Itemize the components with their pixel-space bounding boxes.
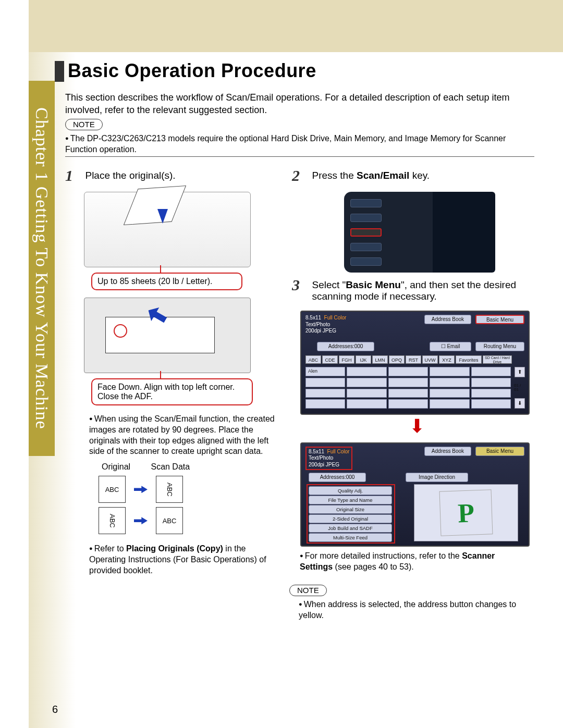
step-3: 3 Select "Basic Menu", and then set the …	[292, 276, 537, 547]
panel-button	[350, 257, 382, 266]
note-block-top: NOTE The DP-C323/C263/C213 models requir…	[65, 119, 534, 155]
panel-button	[350, 214, 382, 222]
screen1-address-grid: Alen	[305, 367, 511, 409]
flow-arrow-down-icon: ⬇	[409, 419, 537, 434]
note-block-bottom: NOTE When address is selected, the addre…	[289, 585, 524, 621]
step-3-text: Select "Basic Menu", and then set the de…	[312, 279, 525, 302]
note-text-bottom: When address is selected, the address bu…	[299, 599, 524, 621]
screen2-menu-2sided: 2-Sided Original	[309, 514, 392, 523]
figure-glass	[84, 298, 251, 373]
screen2-basic-menu-button: Basic Menu	[475, 447, 524, 456]
step-1-number: 1	[65, 167, 83, 184]
adf-arrow-icon	[157, 209, 168, 224]
step-1-bullet-2: Refer to Placing Originals (Copy) in the…	[89, 544, 277, 576]
panel-button	[350, 199, 382, 207]
screen2-addresses-counter: Addresses:000	[309, 473, 366, 482]
screen2-menu-quality: Quality Adj.	[309, 486, 392, 495]
callout-glass-facedown: Face Down. Align with top left corner. C…	[91, 378, 253, 405]
step-1: 1 Place the original(s). Up to 85 sheets…	[65, 167, 284, 576]
panel-scan-email-button	[350, 228, 382, 237]
mini-diagram-headings: Original Scan Data	[102, 462, 284, 472]
note-text-top: The DP-C323/C263/C213 models require the…	[65, 133, 534, 155]
figure-screen-1: 8.5x11 Full Color Text/Photo 200dpi JPEG…	[300, 311, 530, 415]
figure-control-panel	[344, 192, 433, 273]
screen2-menu-origsize: Original Size	[309, 505, 392, 514]
screen1-basic-menu-button: Basic Menu	[475, 315, 524, 324]
mini-original-2: ABC	[99, 507, 126, 534]
screen1-alpha-tabs: ABC CDE FGH IJK LMN OPQ RST UVW XYZ Favo…	[305, 355, 512, 364]
screen2-status-highlight: 8.5x11 Full Color Text/Photo 200dpi JPEG	[305, 447, 352, 471]
step-1-text: Place the original(s).	[85, 170, 175, 181]
screen1-address-entry: Alen	[305, 367, 345, 376]
page-title: Basic Operation Procedure	[68, 60, 316, 82]
screen1-email-button: ☐ Email	[430, 342, 471, 351]
callout-adf-capacity: Up to 85 sheets (20 lb / Letter).	[91, 273, 242, 290]
heading-scan-data: Scan Data	[151, 462, 190, 471]
panel-button	[350, 243, 382, 251]
scroll-up-icon: ⬆	[515, 367, 525, 377]
note-label: NOTE	[289, 585, 327, 596]
mini-original-1: ABC	[99, 476, 126, 503]
mini-diagram-row-1: ABC ABC	[99, 476, 284, 503]
figure-adf	[84, 192, 251, 267]
screen1-address-book-button: Address Book	[424, 315, 471, 324]
step-3-bullet: For more detailed instructions, refer to…	[300, 551, 524, 573]
mini-arrow-icon	[134, 486, 148, 493]
heading-original: Original	[102, 462, 149, 472]
screen2-address-book-button: Address Book	[424, 447, 471, 456]
screen1-routing-menu-button: Routing Menu	[475, 342, 524, 351]
intro-paragraph: This section describes the workflow of S…	[65, 91, 534, 117]
mini-scan-1: ABC	[156, 476, 183, 503]
chapter-side-tab: Chapter 1 Getting To Know Your Machine	[29, 81, 55, 456]
horizontal-rule	[65, 156, 534, 157]
screen1-addresses-counter: Addresses:000	[317, 342, 374, 351]
step-3-number: 3	[292, 276, 310, 294]
title-marker	[55, 61, 64, 82]
screen1-scroll: ⬆ 01 / 01 ⬇	[514, 367, 525, 409]
screen2-preview-page: P	[439, 489, 493, 536]
screen2-image-direction: Image Direction	[406, 473, 468, 482]
step-1-bullet-1: When using the Scan/Email function, the …	[89, 414, 277, 457]
mini-arrow-icon	[134, 517, 148, 524]
mini-scan-2: ABC	[156, 507, 183, 534]
mini-diagram-row-2: ABC ABC	[99, 507, 284, 534]
figure-screen-2: 8.5x11 Full Color Text/Photo 200dpi JPEG…	[300, 442, 530, 547]
chapter-side-tab-text: Chapter 1 Getting To Know Your Machine	[32, 107, 52, 429]
screen2-menu-jobbuild: Job Build and SADF	[309, 524, 392, 533]
note-label: NOTE	[65, 119, 103, 130]
screen2-menu-filetype: File Type and Name	[309, 496, 392, 504]
top-header-band	[29, 0, 563, 52]
step-2: 2 Press the Scan/Email key.	[292, 167, 532, 273]
glass-corner-circle-icon	[114, 324, 127, 338]
screen2-menu-multisize: Multi-Size Feed	[309, 533, 392, 542]
page-number: 6	[52, 704, 58, 715]
adf-paper-stack	[124, 186, 186, 225]
screen2-preview-area: P	[414, 484, 518, 541]
step-2-number: 2	[292, 167, 310, 184]
screen1-status: 8.5x11 Full Color Text/Photo 200dpi JPEG	[305, 315, 346, 335]
scroll-down-icon: ⬇	[515, 398, 525, 409]
step-2-text: Press the Scan/Email key.	[312, 170, 430, 181]
